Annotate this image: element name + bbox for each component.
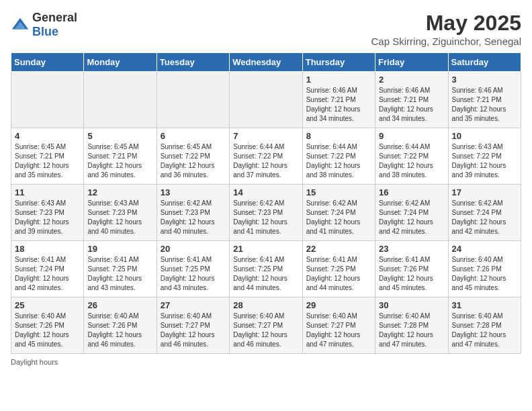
day-info: Sunrise: 6:40 AM Sunset: 7:27 PM Dayligh… — [233, 312, 298, 349]
calendar-cell: 19Sunrise: 6:41 AM Sunset: 7:25 PM Dayli… — [84, 241, 157, 298]
logo-general: General — [32, 11, 77, 24]
calendar-cell — [157, 72, 229, 128]
day-info: Sunrise: 6:42 AM Sunset: 7:24 PM Dayligh… — [452, 199, 517, 236]
calendar-cell: 24Sunrise: 6:40 AM Sunset: 7:26 PM Dayli… — [448, 241, 521, 298]
calendar-cell: 20Sunrise: 6:41 AM Sunset: 7:25 PM Dayli… — [157, 241, 229, 298]
day-number: 8 — [306, 131, 371, 141]
day-number: 20 — [161, 244, 226, 254]
calendar-cell: 11Sunrise: 6:43 AM Sunset: 7:23 PM Dayli… — [11, 185, 84, 241]
footer: Daylight hours — [11, 358, 521, 366]
day-number: 6 — [161, 131, 226, 141]
calendar-cell — [11, 72, 84, 128]
calendar-header-row: SundayMondayTuesdayWednesdayThursdayFrid… — [11, 53, 521, 72]
calendar-cell: 28Sunrise: 6:40 AM Sunset: 7:27 PM Dayli… — [230, 298, 302, 354]
day-info: Sunrise: 6:41 AM Sunset: 7:25 PM Dayligh… — [161, 255, 226, 293]
col-header-tuesday: Tuesday — [157, 53, 229, 72]
day-info: Sunrise: 6:41 AM Sunset: 7:24 PM Dayligh… — [15, 255, 80, 293]
day-number: 17 — [452, 187, 517, 197]
day-number: 21 — [233, 244, 298, 254]
day-info: Sunrise: 6:41 AM Sunset: 7:25 PM Dayligh… — [306, 255, 371, 293]
day-info: Sunrise: 6:45 AM Sunset: 7:21 PM Dayligh… — [15, 142, 80, 180]
day-info: Sunrise: 6:41 AM Sunset: 7:26 PM Dayligh… — [379, 255, 444, 293]
calendar-cell: 3Sunrise: 6:46 AM Sunset: 7:21 PM Daylig… — [448, 72, 521, 128]
day-info: Sunrise: 6:43 AM Sunset: 7:22 PM Dayligh… — [452, 142, 517, 180]
day-info: Sunrise: 6:46 AM Sunset: 7:21 PM Dayligh… — [306, 86, 371, 124]
day-info: Sunrise: 6:42 AM Sunset: 7:23 PM Dayligh… — [161, 199, 226, 236]
col-header-thursday: Thursday — [302, 53, 375, 72]
day-number: 3 — [452, 75, 517, 85]
calendar-week-row: 18Sunrise: 6:41 AM Sunset: 7:24 PM Dayli… — [11, 241, 521, 298]
day-number: 23 — [379, 244, 444, 254]
calendar-cell: 26Sunrise: 6:40 AM Sunset: 7:26 PM Dayli… — [84, 298, 157, 354]
day-info: Sunrise: 6:45 AM Sunset: 7:21 PM Dayligh… — [87, 142, 152, 180]
title-block: May 2025 Cap Skirring, Ziguinchor, Seneg… — [371, 11, 521, 47]
day-info: Sunrise: 6:44 AM Sunset: 7:22 PM Dayligh… — [306, 142, 371, 180]
day-info: Sunrise: 6:40 AM Sunset: 7:28 PM Dayligh… — [379, 312, 444, 349]
calendar-cell: 1Sunrise: 6:46 AM Sunset: 7:21 PM Daylig… — [302, 72, 375, 128]
day-number: 7 — [233, 131, 298, 141]
day-number: 26 — [87, 300, 152, 310]
day-info: Sunrise: 6:42 AM Sunset: 7:23 PM Dayligh… — [233, 199, 298, 236]
day-info: Sunrise: 6:42 AM Sunset: 7:24 PM Dayligh… — [379, 199, 444, 236]
calendar-week-row: 1Sunrise: 6:46 AM Sunset: 7:21 PM Daylig… — [11, 72, 521, 128]
col-header-friday: Friday — [375, 53, 448, 72]
calendar-cell: 27Sunrise: 6:40 AM Sunset: 7:27 PM Dayli… — [157, 298, 229, 354]
day-info: Sunrise: 6:45 AM Sunset: 7:22 PM Dayligh… — [161, 142, 226, 180]
day-info: Sunrise: 6:40 AM Sunset: 7:26 PM Dayligh… — [87, 312, 152, 349]
calendar-cell: 30Sunrise: 6:40 AM Sunset: 7:28 PM Dayli… — [375, 298, 448, 354]
calendar-cell: 6Sunrise: 6:45 AM Sunset: 7:22 PM Daylig… — [157, 128, 229, 185]
calendar-cell: 22Sunrise: 6:41 AM Sunset: 7:25 PM Dayli… — [302, 241, 375, 298]
day-number: 11 — [15, 187, 80, 197]
calendar-cell: 18Sunrise: 6:41 AM Sunset: 7:24 PM Dayli… — [11, 241, 84, 298]
day-number: 19 — [87, 244, 152, 254]
calendar-cell: 17Sunrise: 6:42 AM Sunset: 7:24 PM Dayli… — [448, 185, 521, 241]
day-number: 15 — [306, 187, 371, 197]
day-info: Sunrise: 6:44 AM Sunset: 7:22 PM Dayligh… — [379, 142, 444, 180]
calendar-cell — [84, 72, 157, 128]
page-header: General Blue May 2025 Cap Skirring, Zigu… — [11, 11, 521, 47]
logo: General Blue — [11, 11, 77, 39]
day-number: 31 — [452, 300, 517, 310]
col-header-saturday: Saturday — [448, 53, 521, 72]
day-info: Sunrise: 6:46 AM Sunset: 7:21 PM Dayligh… — [379, 86, 444, 124]
day-info: Sunrise: 6:42 AM Sunset: 7:24 PM Dayligh… — [306, 199, 371, 236]
calendar-cell: 10Sunrise: 6:43 AM Sunset: 7:22 PM Dayli… — [448, 128, 521, 185]
day-info: Sunrise: 6:41 AM Sunset: 7:25 PM Dayligh… — [87, 255, 152, 293]
day-number: 18 — [15, 244, 80, 254]
daylight-label: Daylight hours — [11, 358, 58, 366]
calendar-cell: 9Sunrise: 6:44 AM Sunset: 7:22 PM Daylig… — [375, 128, 448, 185]
calendar-cell: 5Sunrise: 6:45 AM Sunset: 7:21 PM Daylig… — [84, 128, 157, 185]
calendar-cell: 13Sunrise: 6:42 AM Sunset: 7:23 PM Dayli… — [157, 185, 229, 241]
calendar-cell: 2Sunrise: 6:46 AM Sunset: 7:21 PM Daylig… — [375, 72, 448, 128]
day-info: Sunrise: 6:40 AM Sunset: 7:26 PM Dayligh… — [15, 312, 80, 349]
calendar-cell: 16Sunrise: 6:42 AM Sunset: 7:24 PM Dayli… — [375, 185, 448, 241]
day-info: Sunrise: 6:43 AM Sunset: 7:23 PM Dayligh… — [87, 199, 152, 236]
calendar-cell: 8Sunrise: 6:44 AM Sunset: 7:22 PM Daylig… — [302, 128, 375, 185]
calendar-cell: 21Sunrise: 6:41 AM Sunset: 7:25 PM Dayli… — [230, 241, 302, 298]
day-number: 1 — [306, 75, 371, 85]
day-number: 9 — [379, 131, 444, 141]
day-number: 27 — [161, 300, 226, 310]
day-info: Sunrise: 6:41 AM Sunset: 7:25 PM Dayligh… — [233, 255, 298, 293]
month-year-title: May 2025 — [371, 11, 521, 36]
calendar-cell: 7Sunrise: 6:44 AM Sunset: 7:22 PM Daylig… — [230, 128, 302, 185]
calendar-week-row: 4Sunrise: 6:45 AM Sunset: 7:21 PM Daylig… — [11, 128, 521, 185]
day-number: 13 — [161, 187, 226, 197]
day-info: Sunrise: 6:40 AM Sunset: 7:27 PM Dayligh… — [306, 312, 371, 349]
day-info: Sunrise: 6:40 AM Sunset: 7:26 PM Dayligh… — [452, 255, 517, 293]
calendar-cell: 4Sunrise: 6:45 AM Sunset: 7:21 PM Daylig… — [11, 128, 84, 185]
logo-blue: Blue — [32, 25, 58, 38]
calendar-cell: 31Sunrise: 6:40 AM Sunset: 7:28 PM Dayli… — [448, 298, 521, 354]
calendar-week-row: 25Sunrise: 6:40 AM Sunset: 7:26 PM Dayli… — [11, 298, 521, 354]
day-number: 10 — [452, 131, 517, 141]
col-header-monday: Monday — [84, 53, 157, 72]
col-header-sunday: Sunday — [11, 53, 84, 72]
day-number: 16 — [379, 187, 444, 197]
day-number: 28 — [233, 300, 298, 310]
day-info: Sunrise: 6:46 AM Sunset: 7:21 PM Dayligh… — [452, 86, 517, 124]
day-number: 14 — [233, 187, 298, 197]
calendar-cell: 25Sunrise: 6:40 AM Sunset: 7:26 PM Dayli… — [11, 298, 84, 354]
logo-icon — [11, 15, 30, 34]
calendar-cell: 23Sunrise: 6:41 AM Sunset: 7:26 PM Dayli… — [375, 241, 448, 298]
day-number: 4 — [15, 131, 80, 141]
